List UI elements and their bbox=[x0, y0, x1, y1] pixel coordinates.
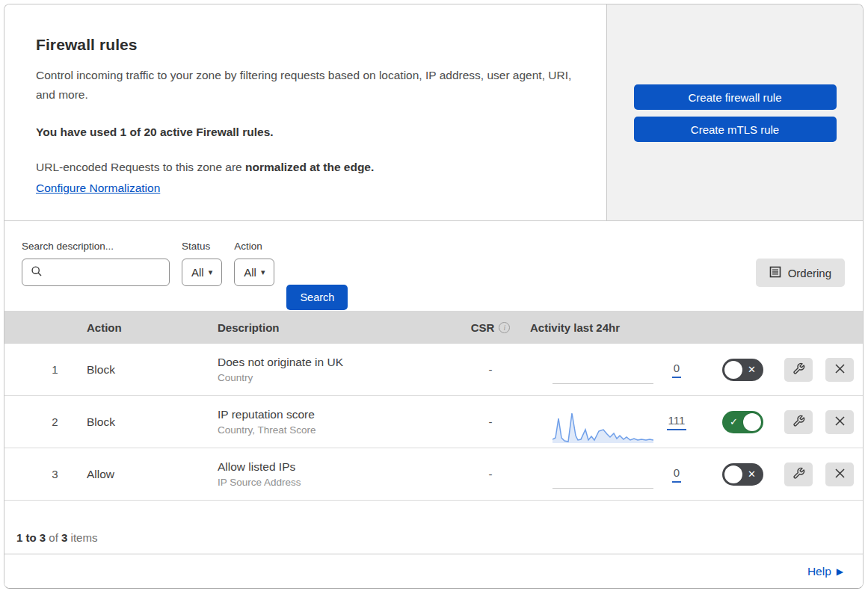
column-header-csr: CSR i bbox=[453, 321, 528, 334]
edit-rule-button[interactable] bbox=[784, 462, 813, 486]
close-icon bbox=[834, 363, 846, 377]
rule-fields: Country, Threat Score bbox=[218, 424, 453, 436]
range-text: 1 to 3 bbox=[16, 531, 46, 544]
close-icon bbox=[834, 468, 846, 481]
rule-enable-toggle[interactable]: ✓ ✕ bbox=[722, 359, 763, 381]
rule-description-cell: IP reputation score Country, Threat Scor… bbox=[218, 408, 453, 436]
toggle-knob bbox=[724, 465, 742, 483]
rule-activity-cell: 0 bbox=[528, 349, 707, 391]
chevron-down-icon: ▾ bbox=[261, 267, 265, 277]
ordering-button[interactable]: Ordering bbox=[756, 259, 845, 287]
status-label: Status bbox=[182, 241, 222, 252]
search-input[interactable] bbox=[49, 267, 169, 279]
normalization-text: URL-encoded Requests to this zone are no… bbox=[36, 161, 576, 174]
rule-action: Block bbox=[87, 415, 218, 429]
rule-activity-cell: 0 bbox=[528, 454, 707, 495]
search-label: Search description... bbox=[22, 241, 170, 252]
arrow-right-icon: ▶ bbox=[837, 566, 843, 577]
activity-count-link[interactable]: 0 bbox=[664, 466, 689, 483]
action-label: Action bbox=[234, 241, 274, 252]
configure-normalization-link[interactable]: Configure Normalization bbox=[36, 182, 160, 195]
table-row: 2 Block IP reputation score Country, Thr… bbox=[4, 396, 863, 448]
delete-rule-button[interactable] bbox=[825, 410, 854, 434]
edit-rule-button[interactable] bbox=[784, 358, 813, 382]
rule-activity-cell: 111 bbox=[528, 401, 707, 443]
rule-fields: Country bbox=[218, 372, 453, 383]
usage-counter: You have used 1 of 20 active Firewall ru… bbox=[36, 126, 576, 139]
edit-rule-button[interactable] bbox=[784, 410, 813, 434]
rule-toggle-cell: ✓ ✕ bbox=[707, 411, 778, 433]
action-filter-group: Action All ▾ bbox=[234, 241, 274, 311]
table-header-row: Action Description CSR i Activity last 2… bbox=[4, 311, 863, 344]
actions-panel: Create firewall rule Create mTLS rule bbox=[607, 4, 863, 220]
check-icon: ✓ bbox=[724, 417, 743, 427]
rule-enable-toggle[interactable]: ✓ ✕ bbox=[722, 411, 763, 433]
status-filter-group: Status All ▾ bbox=[182, 241, 222, 311]
rule-action: Allow bbox=[87, 468, 218, 481]
search-icon bbox=[31, 265, 43, 280]
activity-sparkline bbox=[552, 356, 653, 391]
status-select[interactable]: All ▾ bbox=[182, 259, 222, 286]
delete-rule-button[interactable] bbox=[825, 462, 854, 486]
rule-description-cell: Allow listed IPs IP Source Address bbox=[218, 460, 453, 488]
action-select[interactable]: All ▾ bbox=[234, 259, 274, 286]
page-description: Control incoming traffic to your zone by… bbox=[36, 66, 576, 105]
wrench-icon bbox=[792, 415, 805, 430]
rules-table: Action Description CSR i Activity last 2… bbox=[4, 311, 863, 501]
wrench-icon bbox=[792, 362, 805, 377]
wrench-icon bbox=[792, 467, 805, 482]
rule-action: Block bbox=[87, 363, 218, 377]
activity-sparkline bbox=[552, 461, 653, 495]
search-input-container[interactable] bbox=[22, 259, 170, 286]
rule-priority: 1 bbox=[4, 363, 87, 376]
rule-buttons-cell bbox=[778, 358, 863, 382]
page-title: Firewall rules bbox=[36, 36, 576, 54]
rule-toggle-cell: ✓ ✕ bbox=[707, 463, 778, 486]
activity-flatline bbox=[552, 383, 653, 384]
create-mtls-rule-button[interactable]: Create mTLS rule bbox=[634, 117, 837, 142]
pagination-summary: 1 to 3 of 3 items bbox=[4, 501, 863, 554]
delete-rule-button[interactable] bbox=[825, 358, 854, 382]
header-section: Firewall rules Control incoming traffic … bbox=[4, 4, 863, 221]
activity-count-link[interactable]: 0 bbox=[664, 362, 689, 378]
firewall-rules-card: Firewall rules Control incoming traffic … bbox=[4, 4, 864, 589]
activity-count-link[interactable]: 111 bbox=[664, 414, 689, 430]
toggle-knob bbox=[724, 361, 742, 379]
table-row: 1 Block Does not originate in UK Country… bbox=[4, 344, 863, 396]
rule-csr: - bbox=[453, 468, 528, 480]
help-link-label: Help bbox=[807, 565, 831, 578]
x-icon: ✕ bbox=[742, 365, 761, 374]
rule-buttons-cell bbox=[778, 462, 863, 486]
help-link[interactable]: Help ▶ bbox=[807, 565, 843, 578]
list-icon bbox=[769, 266, 781, 280]
rule-description: IP reputation score bbox=[218, 408, 453, 421]
rule-description: Does not originate in UK bbox=[218, 356, 453, 369]
rule-enable-toggle[interactable]: ✓ ✕ bbox=[722, 463, 763, 486]
rule-description-cell: Does not originate in UK Country bbox=[218, 356, 453, 383]
activity-flatline bbox=[552, 488, 653, 489]
x-icon: ✕ bbox=[742, 469, 761, 479]
search-field-group: Search description... bbox=[22, 241, 170, 311]
rule-buttons-cell bbox=[778, 410, 863, 434]
header-text-panel: Firewall rules Control incoming traffic … bbox=[4, 4, 607, 220]
rule-toggle-cell: ✓ ✕ bbox=[707, 359, 778, 381]
info-icon[interactable]: i bbox=[499, 322, 510, 333]
table-row: 3 Allow Allow listed IPs IP Source Addre… bbox=[4, 448, 863, 501]
rule-description: Allow listed IPs bbox=[218, 460, 453, 474]
rule-fields: IP Source Address bbox=[218, 477, 453, 488]
rule-priority: 2 bbox=[4, 415, 87, 428]
help-footer: Help ▶ bbox=[4, 554, 863, 588]
filter-bar: Search description... Status All ▾ Actio… bbox=[4, 221, 863, 311]
ordering-button-label: Ordering bbox=[788, 267, 831, 279]
create-firewall-rule-button[interactable]: Create firewall rule bbox=[634, 84, 837, 110]
rule-csr: - bbox=[453, 415, 528, 428]
activity-sparkline bbox=[552, 409, 653, 443]
status-select-value: All bbox=[191, 266, 204, 279]
column-header-description: Description bbox=[218, 321, 453, 334]
column-header-action: Action bbox=[87, 321, 218, 334]
normalization-bold: normalized at the edge. bbox=[245, 161, 374, 173]
action-select-value: All bbox=[244, 266, 256, 279]
search-button[interactable]: Search bbox=[286, 285, 348, 310]
close-icon bbox=[834, 415, 846, 429]
column-header-activity: Activity last 24hr bbox=[528, 321, 707, 334]
